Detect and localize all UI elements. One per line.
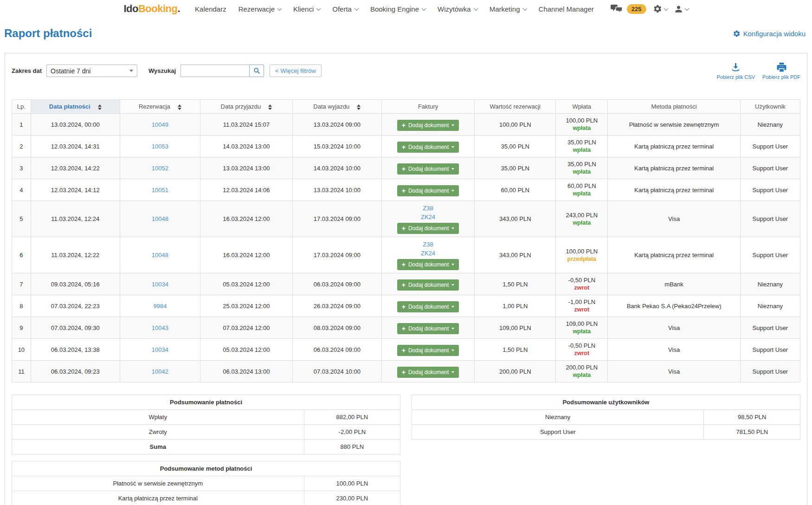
- column-header-rezerwacja[interactable]: Rezerwacja: [120, 100, 200, 114]
- reservation-link[interactable]: 10052: [152, 165, 168, 172]
- notification-badge[interactable]: 225: [627, 4, 646, 14]
- nav-item-wizyt-wka[interactable]: Wizytówka: [438, 5, 477, 13]
- departure-date: 17.03.2024 09:00: [292, 237, 381, 273]
- summary-row: Zwroty-2,00 PLN: [12, 425, 400, 440]
- reservation-link[interactable]: 10042: [152, 368, 168, 375]
- nav-item-booking-engine[interactable]: Booking Engine: [370, 5, 425, 13]
- add-document-button[interactable]: +Dodaj dokument: [397, 142, 459, 153]
- reservation-link[interactable]: 10034: [152, 281, 168, 288]
- add-document-button[interactable]: +Dodaj dokument: [397, 367, 459, 378]
- add-document-label: Dodaj dokument: [408, 188, 449, 194]
- logo-text-dark: Ido: [123, 3, 138, 14]
- reservation-link[interactable]: 10043: [152, 324, 168, 331]
- nav-item-rezerwacje[interactable]: Rezerwacje: [238, 5, 281, 13]
- row-number: 9: [12, 317, 31, 339]
- add-document-button[interactable]: +Dodaj dokument: [397, 185, 459, 196]
- idobooking-logo[interactable]: IdoBooking.: [123, 3, 180, 15]
- reservation-link[interactable]: 10048: [152, 215, 168, 222]
- column-label: Faktury: [418, 103, 438, 110]
- nav-item-klienci[interactable]: Klienci: [293, 5, 320, 13]
- arrival-date: 16.03.2024 12:00: [200, 201, 293, 237]
- departure-date: 13.03.2024 09:00: [292, 114, 381, 136]
- row-number: 2: [12, 136, 31, 157]
- messages-button[interactable]: [611, 4, 623, 13]
- settings-menu[interactable]: [653, 4, 668, 13]
- payment-amount: 100,00 PLN: [558, 117, 606, 124]
- plus-icon: +: [402, 226, 406, 231]
- payment-method: Kartą płatniczą przez terminal: [608, 157, 740, 179]
- caret-down-icon: [451, 284, 454, 286]
- payment-cell: 109,00 PLNwpłata: [556, 317, 608, 339]
- row-number: 6: [12, 237, 31, 273]
- invoices-cell: +Dodaj dokument: [381, 157, 474, 179]
- reservation-link[interactable]: 10051: [152, 187, 168, 194]
- account-menu[interactable]: [674, 5, 689, 13]
- row-number: 1: [12, 114, 31, 136]
- nav-item-label: Booking Engine: [370, 5, 419, 13]
- invoice-link[interactable]: Z38: [384, 240, 472, 249]
- date-range-select[interactable]: Ostatnie 7 dni: [46, 65, 137, 77]
- chevron-down-icon: [664, 6, 668, 11]
- nav-item-oferta[interactable]: Oferta: [332, 5, 358, 13]
- add-document-button[interactable]: +Dodaj dokument: [397, 223, 459, 234]
- payment-cell: 60,00 PLNwpłata: [556, 179, 608, 201]
- reservation-link[interactable]: 10048: [152, 252, 168, 259]
- nav-item-marketing[interactable]: Marketing: [490, 5, 527, 13]
- add-document-button[interactable]: +Dodaj dokument: [397, 323, 459, 334]
- reservation-link[interactable]: 10049: [152, 121, 168, 128]
- search-button[interactable]: [249, 65, 264, 77]
- column-label: Data wyjazdu: [313, 103, 349, 110]
- payment-method: Bank Pekao S.A (Pekao24Przelew): [608, 295, 740, 317]
- payment-method: Visa: [608, 361, 740, 382]
- add-document-label: Dodaj dokument: [408, 304, 449, 310]
- search-label: Wyszukaj: [148, 67, 176, 74]
- page-title: Raport płatności: [4, 27, 92, 40]
- reservation-cell: 10034: [120, 339, 200, 361]
- summary-label: Nieznany: [412, 410, 704, 424]
- invoice-link[interactable]: ZK24: [384, 213, 472, 221]
- payment-amount: 243,00 PLN: [558, 211, 606, 219]
- add-document-button[interactable]: +Dodaj dokument: [397, 301, 459, 312]
- download-csv-button[interactable]: Pobierz plik CSV: [717, 62, 755, 80]
- add-document-button[interactable]: +Dodaj dokument: [397, 259, 459, 270]
- reservation-link[interactable]: 10053: [152, 143, 168, 150]
- column-header-u-ytkownik: Użytkownik: [740, 100, 800, 114]
- sort-icon: [357, 104, 361, 110]
- add-document-button[interactable]: +Dodaj dokument: [397, 163, 459, 175]
- column-label: Rezerwacja: [139, 103, 170, 110]
- reservation-link[interactable]: 9984: [153, 303, 167, 310]
- plus-icon: +: [402, 304, 406, 310]
- view-config-label: Konfiguracja widoku: [743, 30, 806, 38]
- column-header-data-przyjazdu[interactable]: Data przyjazdu: [200, 100, 293, 114]
- payment-date: 06.03.2024, 13:38: [31, 339, 120, 361]
- plus-icon: +: [402, 326, 406, 331]
- payment-cell: 100,00 PLNwpłata: [556, 114, 608, 136]
- view-config-link[interactable]: Konfiguracja widoku: [733, 30, 806, 38]
- payment-date: 11.03.2024, 12:24: [31, 201, 120, 237]
- invoice-link[interactable]: Z38: [384, 204, 472, 213]
- plus-icon: +: [402, 348, 406, 353]
- nav-item-channel-manager[interactable]: Channel Manager: [539, 5, 594, 13]
- user-cell: Nieznany: [740, 114, 800, 136]
- column-label: Lp.: [17, 103, 26, 110]
- arrival-date: 06.03.2024 13:00: [200, 361, 293, 382]
- download-pdf-button[interactable]: Pobierz plik PDF: [762, 62, 800, 80]
- user-cell: Support User: [740, 136, 800, 157]
- plus-icon: +: [402, 282, 406, 288]
- add-document-button[interactable]: +Dodaj dokument: [397, 345, 459, 356]
- summary-title: Podsumowanie użytkowników: [412, 395, 800, 410]
- add-document-button[interactable]: +Dodaj dokument: [397, 120, 459, 131]
- invoice-link[interactable]: ZK24: [384, 249, 472, 258]
- add-document-button[interactable]: +Dodaj dokument: [397, 279, 459, 291]
- search-input[interactable]: [180, 65, 249, 77]
- filter-bar: Zakres dat Ostatnie 7 dni Wyszukaj < Wię…: [12, 62, 800, 80]
- reservation-link[interactable]: 10034: [152, 346, 168, 353]
- row-number: 7: [12, 273, 31, 295]
- column-header-data-p-atno-ci[interactable]: Data płatności: [31, 100, 120, 114]
- summary-row: Suma880 PLN: [12, 440, 400, 454]
- arrival-date: 16.03.2024 12:00: [200, 237, 293, 273]
- column-header-data-wyjazdu[interactable]: Data wyjazdu: [292, 100, 381, 114]
- summary-label: Kartą płatniczą przez terminal: [12, 491, 304, 505]
- nav-item-kalendarz[interactable]: Kalendarz: [195, 5, 226, 13]
- more-filters-button[interactable]: < Więcej filtrów: [270, 65, 322, 77]
